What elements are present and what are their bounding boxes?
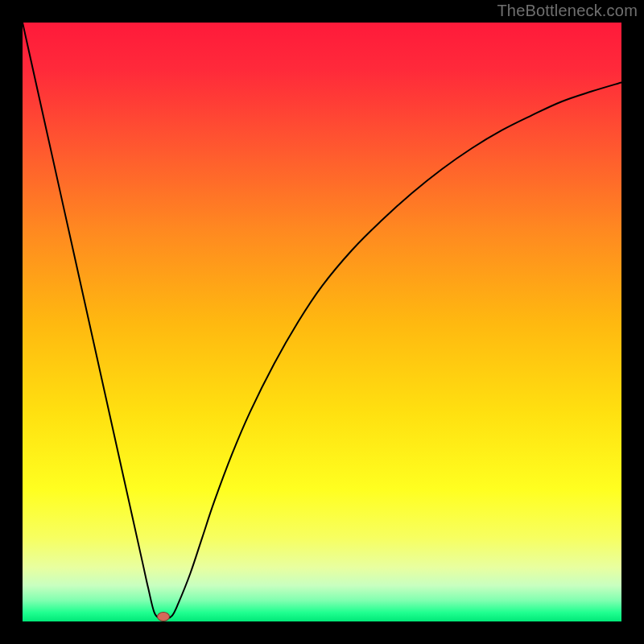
watermark-text: TheBottleneck.com [497,2,638,20]
chart-curve-line [23,23,621,621]
chart-plot-area [23,23,621,621]
chart-marker-dot [157,612,170,621]
